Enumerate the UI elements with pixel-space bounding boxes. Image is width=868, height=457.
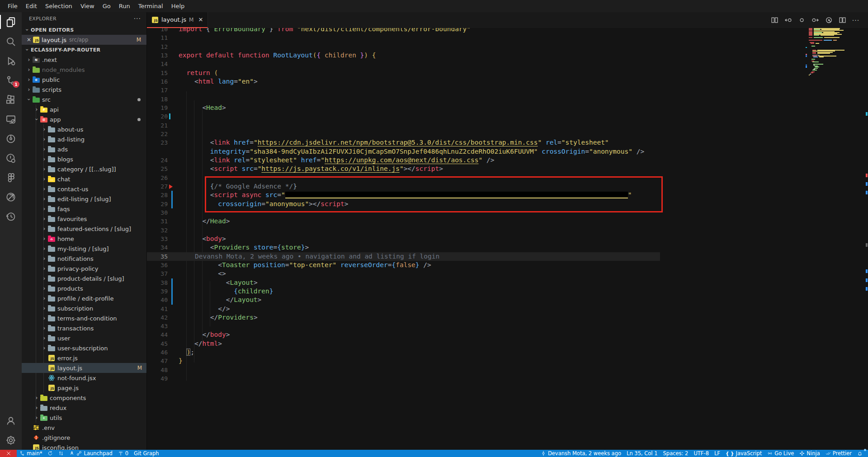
- menu-help[interactable]: Help: [167, 0, 189, 12]
- menu-file[interactable]: File: [4, 0, 22, 12]
- tree-item-not-found-jsx[interactable]: not-found.jsx: [22, 373, 146, 383]
- status-remote[interactable]: [0, 450, 17, 457]
- run-and-debug-icon[interactable]: [0, 51, 22, 71]
- code-line-20[interactable]: 20: [147, 112, 868, 121]
- accounts-icon[interactable]: [0, 411, 22, 430]
- tree-item-api[interactable]: ›#api: [22, 104, 146, 114]
- tree-item-subscription[interactable]: ›subscription: [22, 303, 146, 313]
- code-line-13[interactable]: 13export default function RootLayout({ c…: [147, 51, 868, 60]
- tree-item-home[interactable]: ›⌂home: [22, 234, 146, 244]
- status-ninja[interactable]: Ninja: [797, 450, 822, 457]
- tree-item-redux[interactable]: ›redux: [22, 403, 146, 413]
- tree-item-terms-and-condition[interactable]: ›terms-and-condition: [22, 313, 146, 323]
- tab-layoutjs[interactable]: JS layout.js M ✕: [147, 12, 208, 28]
- source-control-icon[interactable]: 1: [0, 71, 22, 90]
- code-editor[interactable]: 10import { ErrorBoundary } from "next/di…: [147, 28, 868, 450]
- code-line-18[interactable]: 18: [147, 95, 868, 104]
- figma-icon[interactable]: [0, 168, 22, 187]
- menu-edit[interactable]: Edit: [22, 0, 41, 12]
- gitlens-features-icon[interactable]: [823, 14, 835, 26]
- code-line-25[interactable]: 25 <script src="https://js.paystack.co/v…: [147, 165, 868, 173]
- svg-preview-icon[interactable]: [0, 187, 22, 207]
- minimap[interactable]: [808, 28, 865, 75]
- tree-item-favourites[interactable]: ›favourites: [22, 214, 146, 224]
- code-line-14[interactable]: 14: [147, 60, 868, 68]
- open-editor-item-layoutjs[interactable]: ✕ JS layout.js src/app M: [22, 35, 146, 45]
- menu-go[interactable]: Go: [99, 0, 115, 12]
- menu-terminal[interactable]: Terminal: [134, 0, 167, 12]
- code-line-22[interactable]: 22: [147, 130, 868, 138]
- code-line-30[interactable]: 30: [147, 208, 868, 217]
- tree-item-chat[interactable]: ›…chat: [22, 174, 146, 184]
- tree-item-contact-us[interactable]: ›contact-us: [22, 184, 146, 194]
- code-line-12[interactable]: 12: [147, 42, 868, 51]
- status-prettier[interactable]: Prettier: [823, 450, 854, 457]
- open-changes-icon[interactable]: [769, 14, 780, 26]
- tree-item-about-us[interactable]: ›about-us: [22, 124, 146, 134]
- code-line-35-blame[interactable]: 35Devansh Mota, 2 weeks ago • navigation…: [147, 252, 660, 261]
- status-eol[interactable]: LF: [712, 450, 723, 457]
- code-line-34[interactable]: 34 <Providers store={store}>: [147, 243, 868, 252]
- tree-item-ad-listing[interactable]: ›ad-listing: [22, 134, 146, 144]
- code-line-46[interactable]: 46 );: [147, 348, 868, 357]
- code-line-16[interactable]: 16 <html lang="en">: [147, 77, 868, 86]
- tree-item-jsconfig-json[interactable]: JSjsconfig.json: [22, 443, 146, 450]
- close-icon[interactable]: ✕: [25, 37, 33, 43]
- tree-item-error-js[interactable]: JSerror.js: [22, 353, 146, 363]
- tab-close-icon[interactable]: ✕: [198, 16, 203, 23]
- menu-selection[interactable]: Selection: [41, 0, 76, 12]
- code-line-39[interactable]: 39 {children}: [147, 287, 868, 296]
- more-actions-icon[interactable]: ···: [850, 14, 862, 26]
- code-line-31[interactable]: 31 </Head>: [147, 217, 868, 226]
- tree-item-edit-listing-slug[interactable]: ›edit-listing / [slug]: [22, 194, 146, 204]
- tree-item-profile-edit-profile[interactable]: ›profile / edit-profile: [22, 293, 146, 303]
- code-line-27[interactable]: 27 {/* Google Adsence */}: [147, 182, 868, 191]
- tree-item-my-listing-slug[interactable]: ›my-listing / [slug]: [22, 244, 146, 254]
- tree-item-next[interactable]: ›N.next: [22, 55, 146, 65]
- tree-item-notifications[interactable]: ›notifications: [22, 254, 146, 264]
- tree-item-blogs[interactable]: ›blogs: [22, 154, 146, 164]
- settings-gear-icon[interactable]: [0, 430, 22, 450]
- code-line-43[interactable]: 43: [147, 322, 868, 330]
- tree-item-user[interactable]: ›user: [22, 333, 146, 343]
- tree-item-src[interactable]: ›src: [22, 94, 146, 104]
- status-ports[interactable]: 0: [115, 450, 131, 457]
- code-line-47[interactable]: 47}: [147, 357, 868, 365]
- status-blame[interactable]: Devansh Mota, 2 weeks ago: [538, 450, 624, 457]
- previous-change-icon[interactable]: [782, 14, 794, 26]
- tree-item-layout-js[interactable]: JSlayout.jsM: [22, 363, 146, 373]
- code-line-38[interactable]: 38 <Layout>: [147, 278, 868, 287]
- extensions-icon[interactable]: [0, 90, 22, 109]
- tree-item-privacy-policy[interactable]: ›privacy-policy: [22, 264, 146, 273]
- tree-item-env[interactable]: .env: [22, 423, 146, 433]
- status-launchpad[interactable]: Launchpad: [66, 450, 115, 457]
- timeline-icon[interactable]: [0, 207, 22, 226]
- tree-item-scripts[interactable]: ›scripts: [22, 85, 146, 94]
- status-compare-refs[interactable]: [56, 450, 66, 457]
- code-line-28[interactable]: 28 <script async src="": [147, 191, 868, 199]
- code-line-19[interactable]: 19 <Head>: [147, 104, 868, 112]
- code-line-40[interactable]: 40 </Layout>: [147, 296, 868, 304]
- menu-view[interactable]: View: [76, 0, 99, 12]
- code-line-42[interactable]: 42 </Providers>: [147, 313, 868, 322]
- split-editor-icon[interactable]: [836, 14, 848, 26]
- workspace-root-section[interactable]: › ECLASSIFY-APP-ROUTER: [22, 45, 146, 55]
- status-encoding[interactable]: UTF-8: [691, 450, 712, 457]
- tree-item-faqs[interactable]: ›faqs: [22, 204, 146, 214]
- status-go-live[interactable]: Go Live: [764, 450, 797, 457]
- open-editors-section[interactable]: › OPEN EDITORS: [22, 25, 146, 35]
- code-line-10[interactable]: 10import { ErrorBoundary } from "next/di…: [147, 28, 868, 33]
- code-line-15[interactable]: 15 return (: [147, 69, 868, 77]
- code-line-17[interactable]: 17: [147, 86, 868, 94]
- gitlens-inspect-icon[interactable]: [0, 148, 22, 168]
- menu-run[interactable]: Run: [115, 0, 134, 12]
- tree-item-products[interactable]: ›products: [22, 283, 146, 293]
- code-line-33[interactable]: 33 <body>: [147, 235, 868, 243]
- code-line-44[interactable]: 44 </body>: [147, 330, 868, 339]
- code-line-26[interactable]: 26: [147, 174, 868, 182]
- blame-annotations-icon[interactable]: [796, 14, 807, 26]
- code-line-21[interactable]: 21: [147, 121, 868, 130]
- tree-item-gitignore[interactable]: .gitignore: [22, 433, 146, 443]
- status-branch[interactable]: main*: [17, 450, 45, 457]
- next-change-icon[interactable]: [809, 14, 821, 26]
